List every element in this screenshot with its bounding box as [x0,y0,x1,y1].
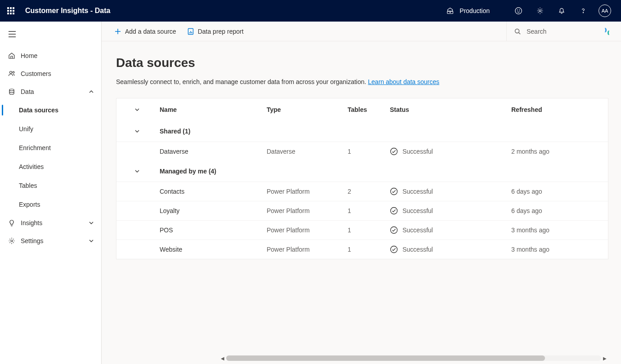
search-input[interactable] [527,28,590,35]
copilot-button[interactable] [602,27,612,36]
search-icon [514,28,521,35]
collapse-nav-button[interactable] [0,25,101,43]
data-sources-table: Name Type Tables Status Refreshed Shared… [116,98,608,259]
nav-unify[interactable]: Unify [0,120,101,138]
nav-label: Activities [19,163,44,170]
plus-icon [114,28,121,35]
nav-enrichment[interactable]: Enrichment [0,138,101,157]
nav-insights[interactable]: Insights [0,214,101,232]
smiley-icon [514,7,523,15]
table-row[interactable]: POSPower Platform1Successful3 months ago [116,220,608,240]
app-title: Customer Insights - Data [25,7,110,15]
table-row[interactable]: WebsitePower Platform1Successful3 months… [116,240,608,259]
table-header-row: Name Type Tables Status Refreshed [116,98,608,121]
table-row[interactable]: ContactsPower Platform2Successful6 days … [116,182,608,201]
chevron-down-icon[interactable] [134,107,140,112]
cell-status: Successful [390,207,511,215]
cell-name: Loyalty [145,207,267,214]
content-area: Add a data source Data prep report Data … [102,22,621,364]
cell-status: Successful [390,187,511,195]
gear-icon [7,237,16,244]
chevron-up-icon [89,89,94,94]
svg-point-17 [391,246,398,253]
table-row[interactable]: DataverseDataverse1Successful2 months ag… [116,142,608,161]
svg-point-12 [515,29,519,33]
gear-icon [536,7,544,15]
add-data-source-button[interactable]: Add a data source [114,22,182,41]
check-circle-icon [390,147,398,155]
cmd-label: Data prep report [198,28,244,35]
svg-point-2 [515,8,522,14]
environment-icon [446,7,454,15]
nav-activities[interactable]: Activities [0,157,101,176]
svg-point-6 [583,12,583,13]
lightbulb-icon [7,219,16,226]
cell-type: Power Platform [267,207,348,214]
check-circle-icon [390,226,398,234]
learn-link[interactable]: Learn about data sources [368,78,439,85]
nav-exports[interactable]: Exports [0,195,101,214]
nav-data[interactable]: Data [0,83,101,101]
cell-status: Successful [390,245,511,253]
table-group-row[interactable]: Shared (1) [116,121,608,142]
cell-tables: 2 [348,188,390,195]
cell-refreshed: 3 months ago [511,246,608,253]
global-header: Customer Insights - Data Production AA [0,0,621,22]
environment-picker[interactable]: Production [446,7,490,15]
svg-point-13 [391,148,398,155]
environment-name: Production [460,7,490,14]
cell-tables: 1 [348,246,390,253]
col-tables[interactable]: Tables [348,106,390,113]
svg-point-4 [519,10,520,10]
nav-data-sources[interactable]: Data sources [0,101,101,120]
data-prep-report-button[interactable]: Data prep report [187,22,249,41]
table-row[interactable]: LoyaltyPower Platform1Successful6 days a… [116,201,608,220]
cell-name: POS [145,226,267,234]
copilot-icon [602,27,612,36]
help-button[interactable] [572,0,594,22]
nav-label: Exports [19,201,40,208]
nav-label: Customers [21,70,51,77]
cell-name: Dataverse [145,148,267,155]
nav-label: Tables [19,182,37,189]
cell-status: Successful [390,226,511,234]
nav-label: Data [21,88,34,95]
check-circle-icon [390,187,398,195]
account-button[interactable]: AA [594,0,616,22]
svg-point-15 [391,208,398,214]
col-refreshed[interactable]: Refreshed [511,106,608,113]
app-launcher-button[interactable] [0,0,22,22]
cell-tables: 1 [348,207,390,214]
nav-label: Home [21,52,37,59]
cell-type: Power Platform [267,226,348,234]
bell-icon [558,7,566,15]
col-status[interactable]: Status [390,106,511,113]
svg-point-8 [13,71,14,73]
nav-home[interactable]: Home [0,47,101,65]
nav-customers[interactable]: Customers [0,65,101,83]
cell-refreshed: 6 days ago [511,188,608,195]
svg-point-5 [539,10,541,12]
feedback-button[interactable] [508,0,529,22]
notifications-button[interactable] [551,0,572,22]
nav-settings[interactable]: Settings [0,232,101,250]
svg-point-9 [9,89,14,91]
settings-button[interactable] [529,0,551,22]
nav-label: Enrichment [19,144,51,151]
report-icon [187,28,194,35]
cell-type: Power Platform [267,246,348,253]
svg-point-16 [391,227,398,234]
nav-tables[interactable]: Tables [0,176,101,195]
col-name[interactable]: Name [145,106,267,113]
cell-name: Contacts [145,188,267,195]
chevron-down-icon [89,238,94,244]
chevron-down-icon [89,220,94,226]
check-circle-icon [390,207,398,215]
table-group-row[interactable]: Managed by me (4) [116,161,608,182]
chevron-down-icon [134,169,140,174]
col-type[interactable]: Type [267,106,348,113]
page-title: Data sources [116,56,608,70]
cell-refreshed: 6 days ago [511,207,608,214]
svg-point-7 [10,71,12,74]
horizontal-scrollbar[interactable]: ◀ ▶ [221,355,607,361]
